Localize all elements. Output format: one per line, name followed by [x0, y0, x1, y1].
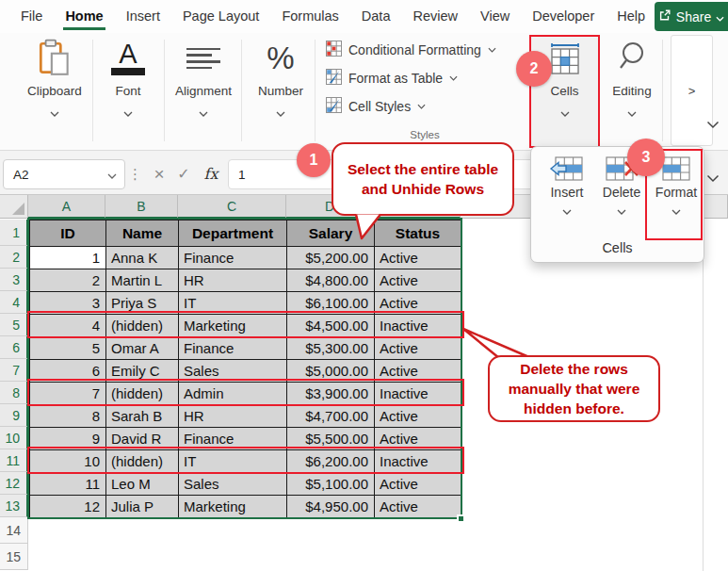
- table-cell[interactable]: IT: [179, 450, 287, 473]
- chevron-down-icon[interactable]: [199, 104, 208, 121]
- table-cell[interactable]: $5,100.00: [287, 473, 375, 496]
- table-cell[interactable]: Active: [375, 405, 461, 428]
- table-cell[interactable]: Marketing: [179, 496, 287, 518]
- tab-view[interactable]: View: [469, 1, 521, 32]
- expand-formula-bar-chevron-icon[interactable]: [706, 170, 720, 187]
- drag-handle-icon[interactable]: ⋮: [128, 159, 139, 189]
- table-cell[interactable]: Active: [375, 292, 461, 315]
- column-header-b[interactable]: B: [105, 195, 178, 219]
- table-cell[interactable]: Finance: [179, 337, 287, 360]
- alignment-group-button[interactable]: Alignment: [166, 35, 241, 144]
- cancel-icon[interactable]: ×: [147, 159, 171, 189]
- column-header-a[interactable]: A: [28, 195, 105, 219]
- table-cell[interactable]: Active: [375, 428, 461, 450]
- table-cell[interactable]: (hidden): [106, 450, 179, 473]
- table-cell[interactable]: HR: [179, 405, 287, 428]
- table-cell[interactable]: 3: [30, 292, 106, 315]
- menu-item-insert[interactable]: Insert: [541, 155, 593, 219]
- chevron-down-icon[interactable]: [671, 202, 681, 219]
- table-cell[interactable]: 2: [30, 269, 106, 292]
- tab-developer[interactable]: Developer: [521, 1, 606, 32]
- table-cell[interactable]: 8: [30, 405, 106, 428]
- chevron-down-icon[interactable]: [276, 104, 285, 121]
- chevron-down-icon[interactable]: [50, 104, 59, 121]
- select-all-button[interactable]: [0, 195, 28, 219]
- clipboard-group-button[interactable]: Clipboard: [19, 35, 90, 144]
- table-cell[interactable]: Active: [375, 337, 461, 360]
- tab-file[interactable]: File: [9, 1, 54, 32]
- table-cell[interactable]: Active: [375, 247, 461, 269]
- row-header-8[interactable]: 8: [0, 382, 28, 404]
- table-cell[interactable]: Admin: [179, 383, 287, 405]
- table-cell[interactable]: Inactive: [375, 315, 461, 337]
- table-cell[interactable]: 5: [30, 337, 106, 360]
- table-cell[interactable]: (hidden): [106, 383, 179, 405]
- row-header-11[interactable]: 11: [0, 449, 28, 472]
- row-header-10[interactable]: 10: [0, 427, 28, 449]
- row-header-14[interactable]: 14: [0, 517, 28, 544]
- table-cell[interactable]: 11: [30, 473, 106, 496]
- chevron-down-icon[interactable]: [560, 104, 570, 121]
- chevron-down-icon[interactable]: [123, 104, 133, 121]
- tab-data[interactable]: Data: [350, 1, 402, 32]
- table-cell[interactable]: 10: [30, 450, 106, 473]
- row-header-2[interactable]: 2: [0, 246, 28, 269]
- row-header-15[interactable]: 15: [0, 544, 28, 570]
- table-cell[interactable]: Sarah B: [106, 405, 179, 428]
- table-cell[interactable]: IT: [179, 292, 287, 315]
- row-header-13[interactable]: 13: [0, 495, 28, 517]
- collapse-ribbon-chevron-icon[interactable]: [706, 116, 720, 133]
- table-cell[interactable]: $5,200.00: [287, 247, 375, 269]
- table-cell[interactable]: Julia P: [106, 496, 179, 518]
- table-cell[interactable]: Sales: [179, 360, 287, 383]
- table-cell[interactable]: $4,500.00: [287, 315, 375, 337]
- table-cell[interactable]: $4,950.00: [287, 496, 375, 518]
- table-cell[interactable]: 12: [30, 496, 106, 518]
- row-header-4[interactable]: 4: [0, 291, 28, 314]
- table-cell[interactable]: Finance: [179, 428, 287, 450]
- table-cell[interactable]: (hidden): [106, 315, 179, 337]
- table-cell[interactable]: 7: [30, 383, 106, 405]
- chevron-down-icon[interactable]: [562, 202, 572, 219]
- row-header-12[interactable]: 12: [0, 472, 28, 495]
- table-cell[interactable]: Active: [375, 473, 461, 496]
- cell-styles-button[interactable]: Cell Styles: [326, 92, 524, 121]
- font-group-button[interactable]: A Font: [94, 35, 162, 144]
- table-cell[interactable]: Martin L: [106, 269, 179, 292]
- tab-insert[interactable]: Insert: [115, 1, 171, 32]
- table-cell[interactable]: $5,500.00: [287, 428, 375, 450]
- tab-help[interactable]: Help: [606, 1, 656, 32]
- tab-home[interactable]: Home: [54, 1, 114, 32]
- header-cell-status[interactable]: Status: [375, 220, 461, 247]
- row-header-3[interactable]: 3: [0, 269, 28, 291]
- row-header-9[interactable]: 9: [0, 404, 28, 427]
- table-cell[interactable]: Leo M: [106, 473, 179, 496]
- row-header-5[interactable]: 5: [0, 314, 28, 336]
- header-cell-salary[interactable]: Salary: [287, 220, 375, 247]
- header-cell-department[interactable]: Department: [179, 220, 287, 247]
- table-cell[interactable]: Inactive: [375, 383, 461, 405]
- share-button[interactable]: Share: [655, 2, 728, 31]
- chevron-down-icon[interactable]: [107, 168, 117, 182]
- table-cell[interactable]: 6: [30, 360, 106, 383]
- table-cell[interactable]: $3,900.00: [287, 383, 375, 405]
- table-cell[interactable]: Omar A: [106, 337, 179, 360]
- row-header-6[interactable]: 6: [0, 336, 28, 359]
- table-cell[interactable]: HR: [179, 269, 287, 292]
- table-cell[interactable]: Sales: [179, 473, 287, 496]
- chevron-down-icon[interactable]: [617, 202, 626, 219]
- format-as-table-button[interactable]: Format as Table: [326, 64, 524, 92]
- editing-group-button[interactable]: Editing: [603, 35, 661, 144]
- header-cell-id[interactable]: ID: [30, 220, 106, 247]
- row-header-1[interactable]: 1: [0, 220, 28, 246]
- table-cell[interactable]: 9: [30, 428, 106, 450]
- table-cell[interactable]: $6,100.00: [287, 292, 375, 315]
- table-cell[interactable]: David R: [106, 428, 179, 450]
- table-cell[interactable]: 4: [30, 315, 106, 337]
- table-cell[interactable]: Marketing: [179, 315, 287, 337]
- table-cell[interactable]: Active: [375, 269, 461, 292]
- row-header-7[interactable]: 7: [0, 359, 28, 382]
- conditional-formatting-button[interactable]: Conditional Formatting: [326, 36, 524, 64]
- table-cell[interactable]: Active: [375, 360, 461, 383]
- table-cell[interactable]: $4,800.00: [287, 269, 375, 292]
